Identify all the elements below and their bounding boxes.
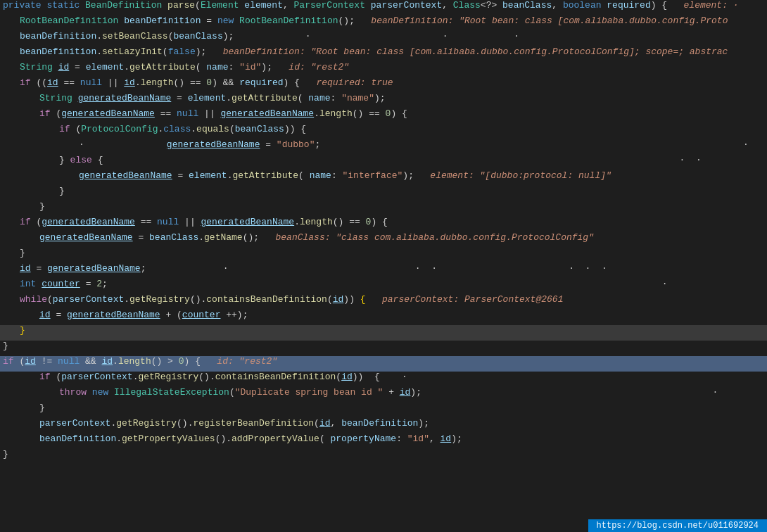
code-line: private static BeanDefinition parse ( El… — [0, 0, 767, 15]
code-line: } — [0, 325, 767, 341]
code-line: · generatedBeanName = "dubbo" ; · · — [0, 139, 767, 155]
code-line: } — [0, 186, 767, 201]
code-line: if ( parserContext . getRegistry (). con… — [0, 372, 767, 387]
code-line-highlighted: if ( id != null && id . length () > 0 ) … — [0, 356, 767, 372]
code-line: generatedBeanName = element . getAttribu… — [0, 170, 767, 186]
code-line: id = generatedBeanName + ( counter ++); — [0, 310, 767, 325]
code-line: beanDefinition . setBeanClass ( beanClas… — [0, 31, 767, 46]
code-line: } — [0, 403, 767, 418]
code-line: RootBeanDefinition beanDefinition = new … — [0, 15, 767, 31]
code-line: throw new IllegalStateException ( "Dupli… — [0, 387, 767, 403]
code-line: if (( id == null || id . length () == 0 … — [0, 77, 767, 93]
code-line: String generatedBeanName = element . get… — [0, 93, 767, 108]
code-line: String id = element . getAttribute ( nam… — [0, 62, 767, 77]
code-line: } else { · · — [0, 155, 767, 170]
code-line: } — [0, 341, 767, 356]
code-line: if ( ProtocolConfig . class . equals ( b… — [0, 124, 767, 139]
code-line: beanDefinition . getPropertyValues (). a… — [0, 433, 767, 449]
code-line: } — [0, 248, 767, 263]
code-line: generatedBeanName = beanClass . getName … — [0, 232, 767, 248]
code-line: id = generatedBeanName ; · · · · · · — [0, 263, 767, 279]
code-line: while ( parserContext . getRegistry (). … — [0, 294, 767, 310]
code-line: if ( generatedBeanName == null || genera… — [0, 108, 767, 124]
code-line: int counter = 2 ; · — [0, 279, 767, 294]
code-line: beanDefinition . setLazyInit ( false ); … — [0, 46, 767, 62]
code-line: } — [0, 449, 767, 464]
code-line: parserContext . getRegistry (). register… — [0, 418, 767, 433]
status-bar-url: https://blog.csdn.net/u011692924 — [597, 521, 759, 531]
code-line: } — [0, 201, 767, 217]
code-editor: private static BeanDefinition parse ( El… — [0, 0, 767, 532]
status-bar: https://blog.csdn.net/u011692924 — [588, 519, 767, 532]
code-line: if ( generatedBeanName == null || genera… — [0, 217, 767, 232]
